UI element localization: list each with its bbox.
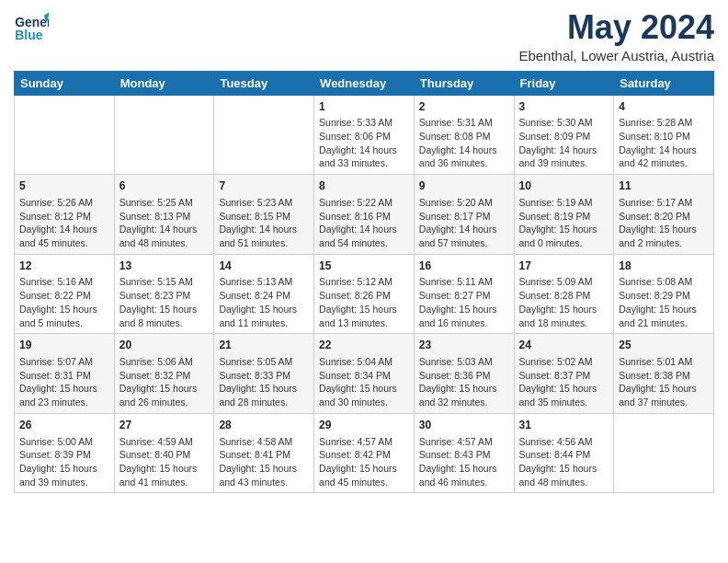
cell-line: Sunset: 8:24 PM [219, 289, 309, 303]
cell-line: Daylight: 15 hours [119, 303, 210, 316]
day-number: 11 [619, 178, 709, 194]
calendar-cell: 19Sunrise: 5:07 AMSunset: 8:31 PMDayligh… [15, 334, 115, 414]
cell-line: and 42 minutes. [619, 156, 709, 170]
cell-line: Sunrise: 4:57 AM [419, 435, 509, 449]
cell-content: 25Sunrise: 5:01 AMSunset: 8:38 PMDayligh… [619, 338, 709, 409]
cell-line: Daylight: 15 hours [19, 303, 109, 316]
cell-line: Sunset: 8:31 PM [19, 369, 109, 383]
day-number: 10 [519, 178, 609, 194]
day-number: 27 [119, 418, 210, 433]
cell-line: Sunrise: 5:22 AM [319, 196, 409, 210]
cell-line: Daylight: 14 hours [319, 223, 409, 236]
cell-line: Sunset: 8:34 PM [319, 369, 409, 383]
cell-line: and 23 minutes. [19, 396, 109, 409]
cell-line: and 39 minutes. [19, 476, 109, 489]
cell-content: 15Sunrise: 5:12 AMSunset: 8:26 PMDayligh… [319, 259, 409, 330]
cell-content: 20Sunrise: 5:06 AMSunset: 8:32 PMDayligh… [119, 338, 210, 409]
location: Ebenthal, Lower Austria, Austria [518, 48, 714, 63]
day-number: 5 [19, 178, 109, 194]
cell-content: 17Sunrise: 5:09 AMSunset: 8:28 PMDayligh… [519, 259, 609, 330]
svg-text:Blue: Blue [15, 28, 42, 42]
cell-line: Sunset: 8:10 PM [619, 130, 709, 144]
cell-line: and 48 minutes. [119, 236, 210, 250]
cell-content: 22Sunrise: 5:04 AMSunset: 8:34 PMDayligh… [319, 338, 409, 409]
cell-line: Sunrise: 5:33 AM [319, 116, 409, 130]
cell-line: Sunset: 8:17 PM [419, 210, 509, 224]
cell-line: Sunset: 8:42 PM [319, 448, 409, 462]
cell-line: Daylight: 14 hours [119, 223, 210, 236]
cell-line: Sunrise: 5:13 AM [219, 275, 309, 289]
calendar-cell: 26Sunrise: 5:00 AMSunset: 8:39 PMDayligh… [15, 413, 115, 493]
cell-line: Daylight: 15 hours [619, 303, 709, 316]
calendar-day-header: Friday [514, 71, 614, 95]
calendar-cell [114, 95, 214, 175]
day-number: 31 [519, 418, 609, 433]
calendar-cell: 31Sunrise: 4:56 AMSunset: 8:44 PMDayligh… [514, 413, 614, 493]
cell-line: Daylight: 15 hours [19, 462, 109, 476]
day-number: 30 [419, 418, 509, 433]
day-number: 26 [19, 418, 109, 433]
cell-line: and 2 minutes. [619, 236, 709, 250]
cell-line: and 39 minutes. [519, 156, 609, 170]
cell-line: Sunset: 8:27 PM [419, 289, 509, 303]
cell-line: Daylight: 15 hours [419, 462, 509, 476]
cell-line: and 33 minutes. [319, 156, 409, 170]
cell-line: Sunrise: 5:06 AM [119, 355, 210, 369]
cell-line: Sunset: 8:06 PM [319, 130, 409, 144]
cell-content: 2Sunrise: 5:31 AMSunset: 8:08 PMDaylight… [419, 99, 509, 171]
day-number: 24 [519, 338, 609, 353]
day-number: 13 [119, 259, 210, 274]
cell-line: and 13 minutes. [319, 316, 409, 330]
cell-content: 10Sunrise: 5:19 AMSunset: 8:19 PMDayligh… [519, 178, 609, 250]
cell-line: Sunrise: 5:26 AM [19, 196, 109, 210]
day-number: 7 [219, 178, 309, 194]
cell-content: 11Sunrise: 5:17 AMSunset: 8:20 PMDayligh… [619, 178, 709, 250]
cell-content: 30Sunrise: 4:57 AMSunset: 8:43 PMDayligh… [419, 418, 509, 489]
cell-content: 31Sunrise: 4:56 AMSunset: 8:44 PMDayligh… [519, 418, 609, 489]
day-number: 20 [119, 338, 210, 353]
cell-line: Sunrise: 5:25 AM [119, 196, 210, 210]
cell-line: and 36 minutes. [419, 156, 509, 170]
cell-line: Sunset: 8:20 PM [619, 210, 709, 224]
calendar-cell: 27Sunrise: 4:59 AMSunset: 8:40 PMDayligh… [114, 413, 214, 493]
cell-content: 1Sunrise: 5:33 AMSunset: 8:06 PMDaylight… [319, 99, 409, 171]
day-number: 21 [219, 338, 309, 353]
cell-line: and 32 minutes. [419, 396, 509, 409]
cell-content: 6Sunrise: 5:25 AMSunset: 8:13 PMDaylight… [119, 178, 210, 250]
calendar-cell: 18Sunrise: 5:08 AMSunset: 8:29 PMDayligh… [614, 254, 714, 334]
calendar-cell: 28Sunrise: 4:58 AMSunset: 8:41 PMDayligh… [214, 413, 314, 493]
cell-content: 21Sunrise: 5:05 AMSunset: 8:33 PMDayligh… [219, 338, 309, 409]
cell-line: Daylight: 14 hours [619, 144, 709, 157]
calendar-cell: 11Sunrise: 5:17 AMSunset: 8:20 PMDayligh… [614, 175, 714, 255]
calendar-cell: 29Sunrise: 4:57 AMSunset: 8:42 PMDayligh… [314, 413, 415, 493]
cell-line: and 54 minutes. [319, 236, 409, 250]
cell-content: 28Sunrise: 4:58 AMSunset: 8:41 PMDayligh… [219, 418, 309, 489]
cell-line: and 30 minutes. [319, 396, 409, 409]
cell-line: Sunrise: 5:15 AM [119, 275, 210, 289]
calendar-cell: 21Sunrise: 5:05 AMSunset: 8:33 PMDayligh… [214, 334, 314, 414]
cell-line: Sunrise: 5:23 AM [219, 196, 309, 210]
cell-line: Daylight: 15 hours [319, 382, 409, 396]
cell-line: and 8 minutes. [119, 316, 210, 330]
day-number: 2 [419, 99, 509, 115]
cell-line: and 35 minutes. [519, 396, 609, 409]
cell-content: 9Sunrise: 5:20 AMSunset: 8:17 PMDaylight… [419, 178, 509, 250]
cell-content: 24Sunrise: 5:02 AMSunset: 8:37 PMDayligh… [519, 338, 609, 409]
cell-line: and 45 minutes. [319, 476, 409, 489]
cell-line: Daylight: 15 hours [119, 462, 210, 476]
cell-line: Daylight: 15 hours [519, 223, 609, 236]
cell-line: Sunrise: 5:30 AM [519, 116, 609, 130]
calendar-week-row: 12Sunrise: 5:16 AMSunset: 8:22 PMDayligh… [15, 254, 714, 334]
calendar-day-header: Thursday [414, 71, 514, 95]
cell-line: Daylight: 15 hours [619, 382, 709, 396]
cell-line: Sunset: 8:15 PM [219, 210, 309, 224]
calendar-cell: 13Sunrise: 5:15 AMSunset: 8:23 PMDayligh… [114, 254, 214, 334]
calendar-week-row: 26Sunrise: 5:00 AMSunset: 8:39 PMDayligh… [15, 413, 714, 493]
calendar-cell: 20Sunrise: 5:06 AMSunset: 8:32 PMDayligh… [114, 334, 214, 414]
cell-line: Daylight: 15 hours [119, 382, 210, 396]
day-number: 4 [619, 99, 709, 115]
cell-content: 3Sunrise: 5:30 AMSunset: 8:09 PMDaylight… [519, 99, 609, 171]
cell-line: Sunrise: 5:31 AM [419, 116, 509, 130]
cell-line: Sunrise: 4:57 AM [319, 435, 409, 449]
cell-line: Sunset: 8:36 PM [419, 369, 509, 383]
